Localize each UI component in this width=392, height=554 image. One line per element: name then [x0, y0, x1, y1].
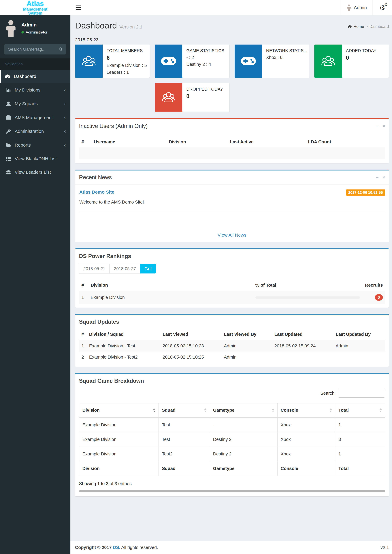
recruits-badge: 0 [375, 294, 383, 301]
chevron-left-icon: ‹ [64, 129, 66, 134]
table-row: 1 Example Division - Test 2018-05-02 15:… [79, 340, 385, 352]
table-search-input[interactable] [338, 389, 385, 398]
settings-menu[interactable]: ⚙⚙ [372, 0, 392, 15]
navbar-right: Admin ⚙⚙ [341, 0, 392, 15]
column-header: Last Updated By [333, 329, 385, 340]
column-header: Last Viewed [160, 329, 221, 340]
logo-line-3: System [28, 11, 42, 15]
list-icon [6, 156, 11, 161]
current-date: 2018-05-23 [75, 37, 389, 42]
panel-title: Recent News [79, 174, 112, 180]
page-title: Dashboard [75, 21, 117, 30]
search-icon[interactable] [58, 47, 63, 52]
table-footer-row: Division Squad Gametype Console Total [79, 461, 385, 476]
briefcase-icon [6, 115, 11, 120]
app-logo[interactable]: Atlas Management System [0, 0, 70, 15]
date-from-input[interactable] [79, 264, 110, 273]
sortable-column-squad[interactable]: Squad [159, 403, 210, 418]
top-header: Atlas Management System Admin ⚙⚙ [0, 0, 392, 15]
logo-line-1: Atlas [27, 0, 44, 7]
sort-icon [377, 408, 382, 412]
sidebar-toggle-button[interactable] [70, 0, 86, 15]
users-icon [6, 170, 11, 175]
game-breakdown-table: Division Squad Gametype Console Total Ex… [79, 403, 385, 476]
datatable-search: Search: [79, 389, 385, 398]
power-rankings-table: # Division % of Total Recruits 1 Example… [79, 280, 385, 304]
sort-icon [327, 408, 332, 412]
sidebar-item-view-leaders-list[interactable]: View Leaders List [0, 166, 70, 179]
sidebar-item-label: My Divisions [15, 87, 40, 93]
sidebar-item-dashboard[interactable]: Dashboard [0, 70, 70, 83]
bar-chart-icon [6, 88, 11, 92]
close-icon[interactable]: × [383, 175, 385, 180]
sidebar-menu: Dashboard My Divisions ‹ My Squads ‹ AMS… [0, 70, 70, 179]
column-header: # [79, 136, 91, 148]
inactive-users-table: # Username Division Last Active LDA Coun… [79, 136, 385, 159]
game-breakdown-panel: Squad Game Breakdown Search: Division Sq… [75, 373, 389, 496]
news-title-link[interactable]: Atlas Demo Site [79, 189, 114, 195]
sidebar-user-status: Administrator [21, 30, 47, 35]
ranking-row: 1 Example Division 0 [79, 291, 385, 304]
horizontal-scrollbar[interactable] [79, 490, 385, 492]
sidebar-item-ams-management[interactable]: AMS Management ‹ [0, 111, 70, 125]
users-group-icon [81, 54, 97, 68]
column-header: % of Total [253, 280, 363, 291]
stat-card-dropped-today: DROPPED TODAY 0 [155, 83, 229, 111]
chevron-left-icon: ‹ [64, 87, 66, 93]
user-menu[interactable]: Admin [341, 0, 372, 15]
sidebar-item-view-black-dnh-list[interactable]: View Black/DNH List [0, 152, 70, 166]
online-status-dot [21, 31, 24, 34]
date-to-input[interactable] [110, 264, 140, 273]
column-header: Recruits [363, 280, 385, 291]
news-body: Welcome to the AMS Demo Site! [79, 200, 385, 205]
close-icon[interactable]: × [383, 124, 385, 128]
sortable-column-total[interactable]: Total [335, 403, 385, 418]
dashboard-icon [5, 74, 10, 79]
app-window: Atlas Management System Admin ⚙⚙ [0, 0, 392, 554]
stat-value: 6 [107, 55, 147, 61]
chevron-left-icon: ‹ [64, 115, 66, 120]
stat-card-added-today: ADDED TODAY 0 [314, 45, 389, 78]
column-header: LDA Count [306, 136, 385, 148]
rank-cell: 1 [79, 291, 88, 304]
sidebar-item-reports[interactable]: Reports ‹ [0, 138, 70, 152]
sort-icon [151, 408, 155, 412]
panel-title: DS Power Rankings [79, 253, 131, 259]
column-header: Division / Squad [87, 329, 160, 340]
sidebar-item-administration[interactable]: Administration ‹ [0, 125, 70, 138]
collapse-icon[interactable]: − [376, 175, 379, 180]
page-header: Dashboard Version 2.1 Home > Dashboard [75, 21, 389, 30]
sortable-column-gametype[interactable]: Gametype [210, 403, 277, 418]
folder-icon [6, 143, 11, 147]
sidebar-item-label: AMS Management [15, 115, 53, 120]
sort-icon [202, 408, 207, 412]
search-input[interactable] [4, 44, 66, 55]
page-subtitle: Version 2.1 [119, 24, 142, 29]
power-rankings-panel: DS Power Rankings Go! # Div [75, 248, 389, 308]
go-button[interactable]: Go! [140, 264, 156, 273]
sidebar-item-my-divisions[interactable]: My Divisions ‹ [0, 83, 70, 97]
sortable-column-console[interactable]: Console [277, 403, 335, 418]
chevron-left-icon: ‹ [64, 142, 66, 148]
sortable-column-division[interactable]: Division [79, 403, 159, 418]
breadcrumb-home[interactable]: Home [353, 24, 364, 29]
stat-label: ADDED TODAY [346, 48, 376, 53]
sidebar-section-label: Navigation [0, 58, 70, 70]
stat-label: TOTAL MEMBERS [107, 48, 147, 53]
sidebar-item-label: Administration [15, 129, 44, 134]
progress-bar [255, 297, 360, 298]
sidebar-item-my-squads[interactable]: My Squads ‹ [0, 97, 70, 111]
brand-link[interactable]: DS. [113, 545, 120, 550]
stat-line: Xbox : 6 [266, 55, 307, 60]
stat-label: DROPPED TODAY [186, 87, 223, 92]
collapse-icon[interactable]: − [376, 124, 379, 128]
users-group-icon [161, 90, 176, 104]
view-all-news-link[interactable]: View All News [217, 232, 246, 237]
stat-value: 0 [346, 55, 376, 61]
version-label: v2.1 [380, 545, 389, 550]
table-row: Example Division Test2 Destiny 2 Xbox 1 [79, 447, 385, 461]
sort-icon [270, 408, 274, 412]
chevron-left-icon: ‹ [64, 101, 66, 106]
panel-title: Squad Game Breakdown [79, 378, 144, 384]
date-range-picker: Go! [79, 264, 385, 273]
